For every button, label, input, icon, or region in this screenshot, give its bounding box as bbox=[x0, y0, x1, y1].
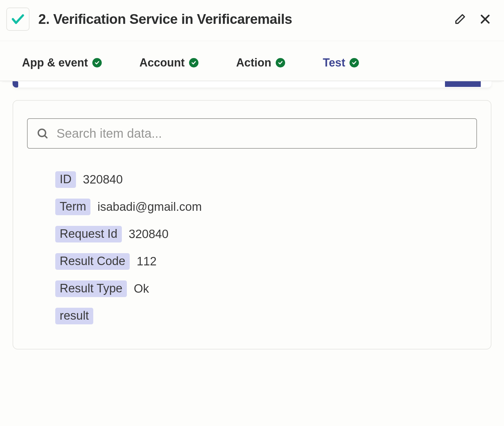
field-value: isabadi@gmail.com bbox=[97, 200, 202, 214]
tab-label: Action bbox=[236, 56, 271, 69]
field-key: ID bbox=[55, 171, 76, 188]
tab-app-and-event[interactable]: App & event bbox=[22, 56, 102, 69]
field-row: result bbox=[55, 308, 477, 324]
step-tabs: App & event Account Action Test bbox=[0, 41, 504, 81]
checkmark-icon bbox=[10, 12, 25, 27]
tab-complete-badge bbox=[92, 58, 102, 67]
field-value: Ok bbox=[134, 282, 149, 296]
close-button[interactable] bbox=[479, 13, 491, 25]
result-fields: ID 320840 Term isabadi@gmail.com Request… bbox=[27, 171, 477, 324]
tab-complete-badge bbox=[350, 58, 359, 67]
field-value: 320840 bbox=[83, 173, 123, 186]
tab-label: Test bbox=[323, 56, 345, 69]
field-value: 112 bbox=[137, 255, 156, 268]
close-icon bbox=[479, 13, 491, 25]
field-row: ID 320840 bbox=[55, 171, 477, 188]
panel-header: 2. Verification Service in Verificaremai… bbox=[0, 0, 504, 41]
check-icon bbox=[94, 60, 100, 66]
field-key: Request Id bbox=[55, 226, 122, 242]
search-icon bbox=[36, 127, 49, 140]
progress-strip bbox=[13, 81, 491, 88]
svg-line-3 bbox=[45, 135, 47, 138]
search-input[interactable] bbox=[57, 126, 468, 141]
field-key: Result Code bbox=[55, 253, 130, 270]
field-key: Term bbox=[55, 199, 90, 215]
check-icon bbox=[278, 60, 283, 66]
step-title: 2. Verification Service in Verificaremai… bbox=[38, 11, 445, 27]
check-icon bbox=[191, 60, 197, 66]
pencil-icon bbox=[454, 13, 466, 25]
tab-action[interactable]: Action bbox=[236, 56, 285, 69]
field-key: result bbox=[55, 308, 93, 324]
tab-complete-badge bbox=[276, 58, 285, 67]
field-row: Term isabadi@gmail.com bbox=[55, 199, 477, 215]
step-status-box bbox=[6, 8, 30, 31]
header-actions bbox=[454, 13, 491, 25]
rename-button[interactable] bbox=[454, 13, 466, 25]
check-icon bbox=[351, 60, 357, 66]
tab-account[interactable]: Account bbox=[139, 56, 198, 69]
field-row: Result Code 112 bbox=[55, 253, 477, 270]
tab-label: App & event bbox=[22, 56, 88, 69]
tab-label: Account bbox=[139, 56, 185, 69]
tab-complete-badge bbox=[189, 58, 198, 67]
field-value: 320840 bbox=[129, 227, 169, 241]
search-container[interactable] bbox=[27, 118, 477, 149]
field-key: Result Type bbox=[55, 280, 127, 297]
tab-test[interactable]: Test bbox=[323, 56, 359, 69]
field-row: Result Type Ok bbox=[55, 280, 477, 297]
test-result-card: ID 320840 Term isabadi@gmail.com Request… bbox=[13, 100, 491, 349]
field-row: Request Id 320840 bbox=[55, 226, 477, 242]
